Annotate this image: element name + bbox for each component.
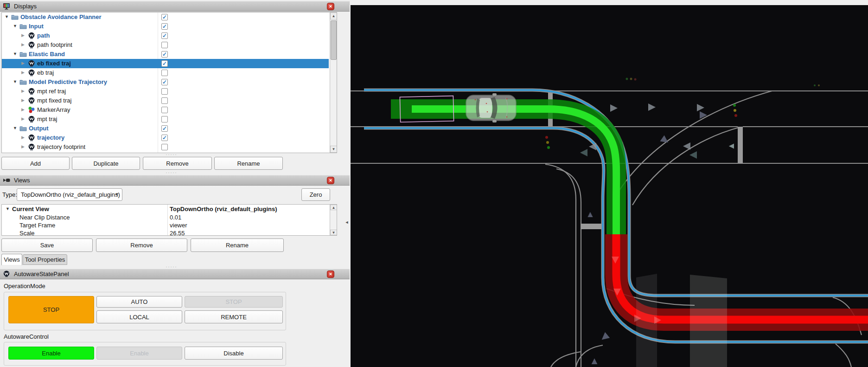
property-row-target-frame[interactable]: Target Frameviewer	[2, 221, 329, 229]
tree-checkbox-mpt-traj[interactable]	[161, 116, 168, 122]
property-value[interactable]: 0.01	[170, 214, 181, 221]
property-value[interactable]: viewer	[170, 222, 187, 229]
close-icon[interactable]: ✕	[327, 177, 334, 184]
add-button[interactable]: Add	[1, 157, 70, 170]
3d-viewport[interactable]	[351, 0, 868, 367]
tree-item-obstacle-avoidance-planner[interactable]: ▼Obstacle Avoidance Planner✓	[2, 13, 329, 22]
scroll-up-icon[interactable]: ▲	[330, 13, 337, 19]
property-row-scale[interactable]: Scale26.55	[2, 229, 329, 236]
tree-checkbox-mpt-fixed-traj[interactable]	[161, 97, 168, 104]
tree-item-output[interactable]: ▼Output✓	[2, 124, 329, 133]
remove-view-button[interactable]: Remove	[96, 238, 187, 252]
view-type-value: TopDownOrtho (rviz_default_plugins)	[21, 191, 120, 198]
tree-item-label: eb fixed traj	[37, 60, 71, 67]
tree-item-label: Obstacle Avoidance Planner	[20, 13, 102, 20]
displays-scrollbar[interactable]: ▲ ▼	[330, 13, 337, 153]
tree-checkbox-trajectory-footprint[interactable]	[161, 144, 168, 150]
scroll-down-icon[interactable]: ▼	[330, 146, 337, 153]
property-row-near-clip-distance[interactable]: Near Clip Distance0.01	[2, 213, 329, 221]
tree-checkbox-path-footprint[interactable]	[161, 42, 168, 48]
tab-tool-properties[interactable]: Tool Properties	[23, 254, 67, 265]
chevron-down-icon[interactable]: ▼	[6, 206, 10, 211]
displays-panel-titlebar[interactable]: Displays ✕	[0, 1, 350, 12]
local-button[interactable]: LOCAL	[96, 310, 182, 323]
tree-item-label: Elastic Band	[29, 51, 65, 58]
remove-button[interactable]: Remove	[143, 157, 212, 170]
tab-views[interactable]: Views	[1, 254, 22, 265]
tree-item-markerarray[interactable]: ▶MarkerArray	[2, 105, 329, 115]
tree-item-label: Input	[29, 23, 44, 30]
chevron-right-icon[interactable]: ▶	[21, 61, 25, 65]
views-panel-titlebar[interactable]: Views ✕	[0, 175, 350, 186]
tree-item-path-footprint[interactable]: ▶path footprint	[2, 40, 329, 50]
tree-checkbox-path[interactable]: ✓	[161, 32, 168, 39]
marker-array-icon	[28, 106, 35, 114]
chevron-right-icon[interactable]: ▶	[21, 89, 25, 93]
close-icon[interactable]: ✕	[327, 3, 334, 10]
tree-item-eb-traj[interactable]: ▶eb traj	[2, 68, 329, 77]
save-view-button[interactable]: Save	[1, 238, 93, 252]
resize-handle-dots[interactable]: ·····	[0, 153, 343, 156]
chevron-down-icon[interactable]: ▼	[13, 79, 17, 84]
tree-item-trajectory[interactable]: ▶trajectory✓	[2, 133, 329, 142]
chevron-right-icon[interactable]: ▶	[21, 98, 25, 103]
tree-item-trajectory-footprint[interactable]: ▶trajectory footprint	[2, 142, 329, 152]
chevron-right-icon[interactable]: ▶	[21, 42, 25, 47]
tree-checkbox-input[interactable]: ✓	[161, 23, 168, 30]
tree-item-eb-fixed-traj[interactable]: ▶eb fixed traj✓	[2, 59, 329, 68]
tree-checkbox-eb-fixed-traj[interactable]: ✓	[161, 60, 168, 67]
chevron-right-icon[interactable]: ▶	[21, 107, 25, 112]
tree-checkbox-obstacle-avoidance-planner[interactable]: ✓	[161, 14, 168, 20]
dock-collapse-handle[interactable]: ◄	[344, 218, 350, 226]
view-type-dropdown[interactable]: TopDownOrtho (rviz_default_plugins) ▾	[17, 188, 122, 201]
scroll-up-icon[interactable]: ▲	[330, 205, 337, 210]
duplicate-button[interactable]: Duplicate	[72, 157, 140, 170]
displays-panel-title: Displays	[14, 3, 37, 10]
remote-button[interactable]: REMOTE	[185, 310, 283, 323]
tree-checkbox-markerarray[interactable]	[161, 107, 168, 113]
zero-button[interactable]: Zero	[301, 188, 330, 201]
folder-icon	[19, 51, 27, 58]
property-row-header[interactable]: ▼ Current View TopDownOrtho (rviz_defaul…	[2, 205, 329, 213]
chevron-down-icon[interactable]: ▼	[13, 24, 17, 28]
resize-handle-dots[interactable]: ·····	[0, 265, 343, 269]
tree-checkbox-trajectory[interactable]: ✓	[161, 135, 168, 141]
properties-scrollbar[interactable]: ▲ ▼	[330, 205, 337, 235]
tree-checkbox-eb-traj[interactable]	[161, 70, 168, 76]
chevron-right-icon[interactable]: ▶	[21, 116, 25, 121]
stop-button[interactable]: STOP	[185, 296, 283, 308]
autoware-state-panel-title: AutowareStatePanel	[14, 270, 69, 277]
scroll-thumb[interactable]	[331, 20, 337, 60]
tree-item-mpt-fixed-traj[interactable]: ▶mpt fixed traj	[2, 96, 329, 105]
tree-item-input[interactable]: ▼Input✓	[2, 22, 329, 31]
tree-item-model-predictive-trajectory[interactable]: ▼Model Predictive Trajectory✓	[2, 77, 329, 87]
rename-button[interactable]: Rename	[214, 157, 283, 170]
tree-checkbox-mpt-ref-traj[interactable]	[161, 88, 168, 95]
enable-button[interactable]: Enable	[96, 347, 182, 360]
autoware-state-panel-titlebar[interactable]: AutowareStatePanel ✕	[0, 269, 350, 279]
disable-button[interactable]: Disable	[185, 347, 283, 360]
chevron-right-icon[interactable]: ▶	[21, 135, 25, 140]
rename-view-button[interactable]: Rename	[191, 238, 284, 252]
tree-checkbox-output[interactable]: ✓	[161, 125, 168, 132]
chevron-right-icon[interactable]: ▶	[21, 144, 25, 149]
chevron-right-icon[interactable]: ▶	[21, 70, 25, 75]
chevron-right-icon[interactable]: ▶	[21, 33, 25, 38]
tree-checkbox-model-predictive-trajectory[interactable]: ✓	[161, 79, 168, 85]
tree-item-elastic-band[interactable]: ▼Elastic Band✓	[2, 50, 329, 59]
resize-handle-dots[interactable]: ·····	[0, 171, 343, 174]
tree-checkbox-elastic-band[interactable]: ✓	[161, 51, 168, 58]
tree-item-path[interactable]: ▶path✓	[2, 31, 329, 40]
close-icon[interactable]: ✕	[327, 270, 334, 278]
chevron-down-icon[interactable]: ▼	[5, 14, 9, 19]
auto-button[interactable]: AUTO	[96, 296, 182, 308]
tree-item-mpt-traj[interactable]: ▶mpt traj	[2, 115, 329, 124]
scroll-down-icon[interactable]: ▼	[330, 230, 337, 235]
chevron-down-icon[interactable]: ▼	[13, 126, 17, 130]
folder-icon	[19, 125, 27, 132]
property-value[interactable]: 26.55	[170, 230, 185, 236]
views-panel-title: Views	[14, 177, 30, 184]
chevron-down-icon[interactable]: ▼	[13, 52, 17, 56]
tree-item-mpt-ref-traj[interactable]: ▶mpt ref traj	[2, 87, 329, 96]
property-key: Current View	[12, 206, 49, 212]
